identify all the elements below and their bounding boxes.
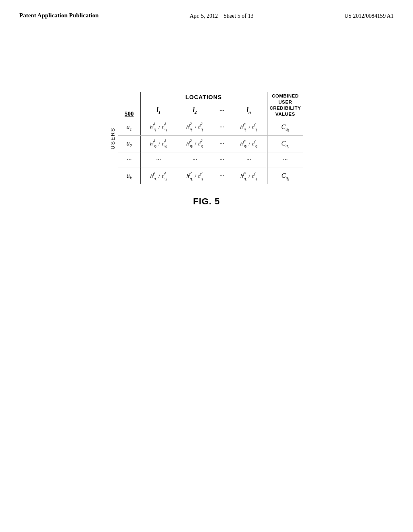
- user-u1: u1: [118, 119, 140, 135]
- formula-u1-l1: hl1u1 / tl1u1: [140, 119, 177, 135]
- col-l1: l1: [140, 103, 177, 119]
- row-uk: uk hl1uk / tl1uk hl2uk / tl2uk ···: [118, 168, 303, 185]
- cell-500: 500: [118, 92, 140, 119]
- page-header: Patent Application Publication Apr. 5, 2…: [0, 0, 413, 20]
- formula-uk-l2: hl2uk / tl2uk: [177, 168, 213, 185]
- locations-header: LOCATIONS: [140, 92, 267, 103]
- figure-label: FIG. 5: [193, 196, 220, 207]
- formula-u2-l1: hl1u2 / tl1u2: [140, 135, 177, 152]
- dots-2: ···: [177, 152, 213, 168]
- formula-u2-ln: hlnu2 / tlnu2: [231, 135, 267, 152]
- user-uk: uk: [118, 168, 140, 185]
- col-l2: l2: [177, 103, 213, 119]
- dots-u2: ···: [213, 135, 231, 152]
- dots-c: ···: [267, 152, 303, 168]
- dots-u1: ···: [213, 119, 231, 135]
- user-u2: u2: [118, 135, 140, 152]
- dots-4: ···: [231, 152, 267, 168]
- formula-u1-l2: hl2u1 / tl2u1: [177, 119, 213, 135]
- main-content: USERS 500 LOCATIONS COMBINEDUSERCREDIBIL…: [0, 92, 413, 207]
- users-label: USERS: [110, 127, 116, 150]
- header-row-1: 500 LOCATIONS COMBINEDUSERCREDIBILITYVAL…: [118, 92, 303, 103]
- col-ldots: ···: [213, 103, 231, 119]
- dots-3: ···: [213, 152, 231, 168]
- row-u1: u1 hl1u1 / tl1u1 hl2u1 / tl2u1 ···: [118, 119, 303, 135]
- main-table: 500 LOCATIONS COMBINEDUSERCREDIBILITYVAL…: [118, 92, 303, 184]
- dots-uk: ···: [213, 168, 231, 185]
- formula-uk-l1: hl1uk / tl1uk: [140, 168, 177, 185]
- dots-user: ···: [118, 152, 140, 168]
- dots-1: ···: [140, 152, 177, 168]
- publication-date: Apr. 5, 2012 Sheet 5 of 13: [190, 13, 253, 19]
- col-ln: ln: [231, 103, 267, 119]
- formula-uk-ln: hlnuk / tlnuk: [231, 168, 267, 185]
- publication-title: Patent Application Publication: [19, 11, 99, 20]
- combined-header: COMBINEDUSERCREDIBILITYVALUES: [267, 92, 303, 119]
- patent-number: US 2012/0084159 A1: [344, 13, 394, 19]
- c-uk: Cuk: [267, 168, 303, 185]
- table-wrapper: USERS 500 LOCATIONS COMBINEDUSERCREDIBIL…: [110, 92, 303, 184]
- figure-container: USERS 500 LOCATIONS COMBINEDUSERCREDIBIL…: [24, 92, 389, 207]
- formula-u2-l2: hl2u2 / tl2u2: [177, 135, 213, 152]
- formula-u1-ln: hlnu1 / tlnu1: [231, 119, 267, 135]
- c-u2: Cu2: [267, 135, 303, 152]
- row-u2: u2 hl1u2 / tl1u2 hl2u2 / tl2u2 ···: [118, 135, 303, 152]
- c-u1: Cu1: [267, 119, 303, 135]
- row-dots: ··· ··· ··· ··· ··· ···: [118, 152, 303, 168]
